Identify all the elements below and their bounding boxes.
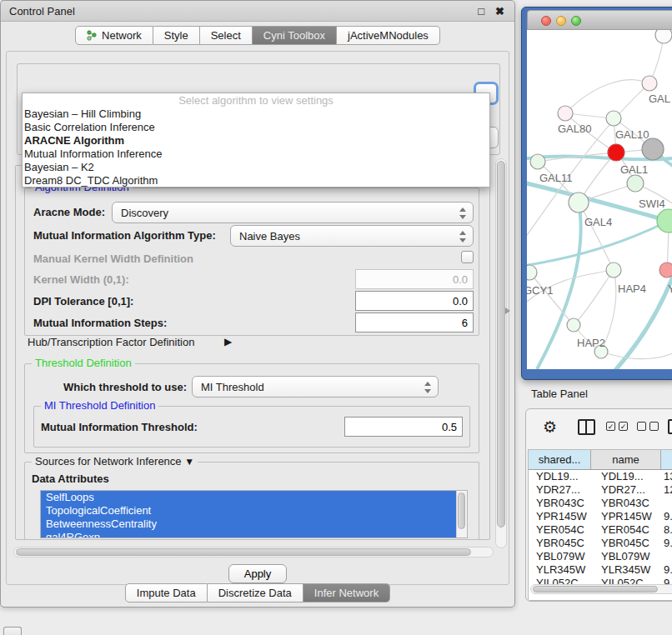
cell-shared[interactable]: YIL052C <box>529 577 591 584</box>
tab-infer-network[interactable]: Infer Network <box>303 583 390 602</box>
attribute-item[interactable]: TopologicalCoefficient <box>41 504 467 518</box>
attribute-item[interactable]: BetweennessCentrality <box>41 518 467 531</box>
attribute-item[interactable]: gal4RGexp <box>41 531 467 538</box>
columns-icon[interactable] <box>578 419 595 435</box>
settings-vertical-scrollbar[interactable] <box>495 158 507 548</box>
cell-shared[interactable]: YBR045C <box>529 537 591 550</box>
cell-shared[interactable]: YLR345W <box>529 563 591 577</box>
tab-select[interactable]: Select <box>200 26 253 45</box>
cell-name[interactable]: YBR045C <box>591 537 661 550</box>
table-row[interactable]: YPR145W YPR145W 9. <box>529 510 672 523</box>
zoom-traffic-light[interactable] <box>571 16 581 26</box>
sources-collapse-arrow-icon[interactable]: ▼ <box>184 456 194 468</box>
cell-value[interactable]: 9. <box>661 510 672 523</box>
cell-shared[interactable]: YPR145W <box>529 510 591 523</box>
cell-name[interactable]: YPR145W <box>591 510 661 523</box>
mi-steps-input[interactable] <box>355 312 474 332</box>
node[interactable] <box>642 76 657 91</box>
node-hap4[interactable] <box>606 262 621 278</box>
table-row[interactable]: YER054C YER054C 8. <box>529 523 672 537</box>
gear-icon[interactable]: ⚙ <box>543 419 557 436</box>
algorithm-option[interactable]: Mutual Information Inference <box>23 148 489 161</box>
table-row[interactable]: YBR043C YBR043C <box>529 497 672 510</box>
tab-jactivemnodules[interactable]: jActiveMNodules <box>337 26 440 45</box>
cell-value[interactable]: 9. <box>661 563 672 577</box>
cell-name[interactable]: YDR27... <box>591 483 661 497</box>
tab-discretize-data[interactable]: Discretize Data <box>208 583 303 602</box>
algorithm-option[interactable]: Bayesian – K2 <box>23 161 489 174</box>
mi-threshold-input[interactable] <box>344 417 463 437</box>
network-window-titlebar[interactable] <box>527 10 672 30</box>
node-gal4[interactable] <box>569 192 589 212</box>
hub-expand-arrow-icon[interactable]: ▶ <box>224 336 232 348</box>
float-window-icon[interactable]: □ <box>478 1 484 22</box>
table-row[interactable]: YLR345W YLR345W 9. <box>529 563 672 577</box>
cell-shared[interactable]: YER054C <box>529 523 591 537</box>
cell-value[interactable]: 12 <box>661 483 672 497</box>
settings-horizontal-scrollbar[interactable] <box>13 547 494 558</box>
column-header-name[interactable]: name <box>591 450 661 469</box>
algorithm-option-selected[interactable]: ARACNE Algorithm <box>23 134 489 148</box>
export-table-icon[interactable] <box>668 419 672 434</box>
which-threshold-select[interactable]: MI Threshold <box>192 376 439 398</box>
table-row[interactable]: YBR045C YBR045C 9. <box>529 537 672 550</box>
cell-name[interactable]: YLR345W <box>591 563 661 577</box>
cell-name[interactable]: YBR043C <box>591 497 661 510</box>
cell-value[interactable]: 8. <box>661 523 672 537</box>
cell-value[interactable] <box>661 550 672 563</box>
collapsed-panel-icon[interactable] <box>3 627 22 635</box>
dpi-tolerance-input[interactable] <box>355 291 474 311</box>
select-all-checks-icon[interactable]: ✓ ✓ <box>606 422 628 431</box>
network-canvas[interactable]: GAL GAL80 GAL10 GAL1 GAL11 SWI4 GAL4 GCY… <box>527 30 672 369</box>
table-row-partial[interactable]: YIL052C YIL052C 9 <box>529 577 672 584</box>
tab-impute-data[interactable]: Impute Data <box>125 583 208 602</box>
cell-name[interactable]: YBL079W <box>591 550 661 563</box>
algorithm-option[interactable]: Bayesian – Hill Climbing <box>23 108 489 121</box>
manual-kernel-checkbox[interactable] <box>461 251 474 263</box>
node-gal10[interactable] <box>606 111 621 126</box>
column-header-shared[interactable]: shared... <box>529 450 591 469</box>
mi-type-select[interactable]: Naive Bayes <box>230 225 474 247</box>
node-salmon[interactable] <box>659 262 672 278</box>
table-row[interactable]: YBL079W YBL079W <box>529 550 672 563</box>
deselect-all-checks-icon[interactable] <box>637 422 659 431</box>
node-green[interactable] <box>657 209 672 232</box>
minimize-traffic-light[interactable] <box>556 16 566 26</box>
aracne-mode-select[interactable]: Discovery <box>112 202 474 223</box>
node[interactable] <box>655 30 672 43</box>
cell-value[interactable]: 9 <box>661 577 672 584</box>
cell-name[interactable]: YDL19... <box>591 470 661 483</box>
close-traffic-light[interactable] <box>541 16 551 26</box>
close-window-icon[interactable]: ✖ <box>495 1 504 22</box>
node-gal11[interactable] <box>530 154 545 169</box>
node[interactable] <box>627 175 644 192</box>
node-hap2[interactable] <box>567 318 580 332</box>
attribute-item[interactable]: SelfLoops <box>41 491 467 504</box>
cell-value[interactable] <box>661 497 672 510</box>
table-horizontal-scrollbar[interactable] <box>530 584 672 594</box>
cell-shared[interactable]: YBR043C <box>529 497 591 510</box>
cell-value[interactable]: 13 <box>661 470 672 483</box>
tab-network[interactable]: Network <box>75 26 153 45</box>
tab-cyni-toolbox[interactable]: Cyni Toolbox <box>253 26 337 45</box>
attributes-list-scrollbar[interactable] <box>456 491 467 538</box>
node-gray[interactable] <box>642 138 664 160</box>
node-gal80[interactable] <box>558 106 573 121</box>
cell-shared[interactable]: YBL079W <box>529 550 591 563</box>
tab-style[interactable]: Style <box>153 26 200 45</box>
kernel-width-input[interactable] <box>355 269 474 289</box>
node-gcy1[interactable] <box>527 265 537 280</box>
cell-name[interactable]: YER054C <box>591 523 661 537</box>
node-gal1-selected[interactable] <box>608 144 624 161</box>
apply-button[interactable]: Apply <box>228 564 287 583</box>
algorithm-option[interactable]: Dream8 DC_TDC Algorithm <box>23 174 489 188</box>
algorithm-option[interactable]: Basic Correlation Inference <box>23 121 489 134</box>
cell-value[interactable]: 9. <box>661 537 672 550</box>
panel-splitter-arrow[interactable] <box>505 308 514 314</box>
column-header-partial[interactable] <box>661 450 672 469</box>
table-row[interactable]: YDR27... YDR27... 12 <box>529 483 672 497</box>
cell-shared[interactable]: YDL19... <box>529 470 591 483</box>
cell-shared[interactable]: YDR27... <box>529 483 591 497</box>
table-row[interactable]: YDL19... YDL19... 13 <box>529 470 672 483</box>
cell-name[interactable]: YIL052C <box>591 577 661 584</box>
